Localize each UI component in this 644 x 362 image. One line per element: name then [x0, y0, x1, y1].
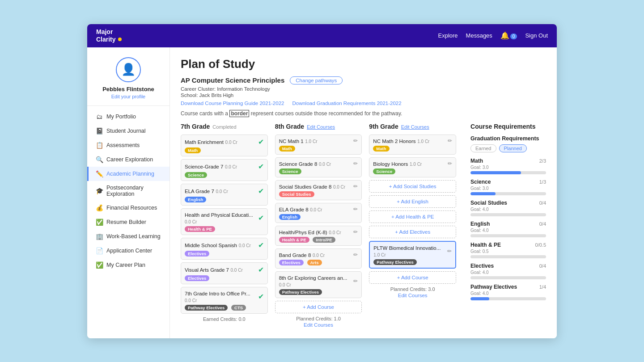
- grade9-edit-link[interactable]: Edit Courses: [401, 124, 429, 130]
- sidebar-item-resume[interactable]: ✅ Resume Builder: [87, 215, 169, 229]
- change-pathway-button[interactable]: Change pathways: [290, 76, 343, 84]
- grade7-footer: Earned Credits: 0.0: [181, 316, 268, 322]
- course-credits: 0.0 Cr: [225, 164, 237, 169]
- course-card: Health/Phys Ed (K-8) 0.0 Cr ✏ Health & P…: [275, 226, 362, 246]
- sidebar-item-financial[interactable]: 💰 Financial Resources: [87, 201, 169, 215]
- download-links: Download Course Planning Guide 2021-2022…: [181, 101, 546, 106]
- edit-icon[interactable]: ✏: [448, 138, 452, 144]
- req-bar-bg: [470, 171, 546, 174]
- course-card: 8th Gr Exploring Careers an... 0.0 Cr ✏ …: [275, 271, 362, 298]
- req-bar-bg: [470, 297, 546, 300]
- grade9-edit-courses-link[interactable]: Edit Courses: [369, 293, 456, 298]
- pathway-row: AP Computer Science Principles Change pa…: [181, 76, 546, 84]
- postsecondary-icon: 🎓: [96, 187, 103, 194]
- course-card: Science Grade 8 0.0 Cr ✏ Science: [275, 157, 362, 177]
- sidebar-item-journal[interactable]: 📓 Student Journal: [87, 124, 169, 138]
- avatar-icon: 👤: [121, 63, 136, 76]
- workbased-icon: 🏢: [96, 233, 103, 240]
- grade7-column: 7th Grade Completed Math Enrichment 0.0 …: [181, 123, 268, 322]
- earned-toggle-button[interactable]: Earned: [470, 144, 496, 152]
- grade7-header: 7th Grade Completed: [181, 123, 268, 130]
- sidebar-item-portfolio[interactable]: 🗂 My Portfolio: [87, 109, 169, 124]
- grade8-edit-courses-link[interactable]: Edit Courses: [275, 322, 362, 328]
- course-check-icon: ✔: [258, 187, 264, 195]
- logo-text-line1: Major: [96, 28, 122, 36]
- sign-out-link[interactable]: Sign Out: [525, 32, 548, 39]
- add-social-studies-button[interactable]: + Add Social Studies: [369, 180, 456, 193]
- sidebar-item-academic[interactable]: ✏️ Academic Planning: [87, 167, 169, 181]
- grade9-footer: Planned Credits: 3.0 Edit Courses: [369, 286, 456, 298]
- course-name: Math Enrichment: [185, 139, 224, 145]
- edit-icon[interactable]: ✏: [353, 252, 358, 258]
- course-check-icon: ✔: [258, 265, 264, 274]
- explore-link[interactable]: Explore: [438, 32, 458, 39]
- download-graduation-req-link[interactable]: Download Graduation Requirements 2021-20…: [292, 101, 401, 106]
- sidebar-item-label: Career Exploration: [106, 156, 153, 163]
- academic-icon: ✏️: [96, 170, 103, 177]
- course-tag: Science: [185, 172, 207, 178]
- course-credits: 1.0 Cr: [305, 139, 317, 144]
- course-check-icon: ✔: [258, 292, 264, 301]
- course-name: Visual Arts Grade 7: [185, 267, 229, 273]
- edit-icon[interactable]: ✏: [353, 229, 358, 235]
- course-tag: Math: [185, 147, 201, 153]
- add-electives-button[interactable]: + Add Electives: [369, 226, 456, 238]
- grade9-title: 9th Grade: [369, 123, 398, 130]
- req-bar-fill: [470, 192, 496, 195]
- course-tag-intro: Intro/PE: [313, 237, 335, 243]
- sidebar-item-assessments[interactable]: 📋 Assessments: [87, 138, 169, 152]
- course-credits: 1.0 Cr: [410, 162, 422, 167]
- course-credits: 0.0 Cr: [279, 282, 291, 287]
- course-credits: 0.0 Cr: [216, 189, 228, 194]
- course-name: Social Studies Grade 8: [279, 184, 332, 189]
- course-name: 7th Grade Intro to Office Pr...: [185, 291, 250, 296]
- course-tag: Science: [279, 168, 301, 174]
- course-credits: 0.0 Cr: [329, 230, 341, 235]
- edit-icon[interactable]: ✏: [353, 160, 358, 167]
- course-tag: Health & PE: [279, 237, 309, 243]
- sidebar-item-careerplan[interactable]: ✅ My Career Plan: [87, 258, 169, 272]
- req-bar-bg: [470, 234, 546, 237]
- course-credits: 0.0 Cr: [319, 162, 331, 167]
- edit-icon[interactable]: ✏: [353, 278, 358, 284]
- course-check-icon: ✔: [258, 162, 264, 171]
- add-course-button[interactable]: + Add Course: [275, 301, 362, 313]
- add-english-button[interactable]: + Add English: [369, 195, 456, 208]
- edit-icon[interactable]: ✏: [448, 160, 452, 167]
- req-panel-title: Course Requirements: [470, 123, 546, 130]
- course-tag: Pathway Electives: [279, 289, 322, 295]
- grade8-planned-credits: Planned Credits: 1.0: [296, 316, 341, 321]
- sidebar-item-workbased[interactable]: 🏢 Work-Based Learning: [87, 229, 169, 244]
- sidebar-item-label: Application Center: [106, 248, 152, 254]
- edit-profile-link[interactable]: Edit your profile: [111, 94, 145, 99]
- course-credits: 0.0 Cr: [313, 253, 325, 258]
- add-course-button-9[interactable]: + Add Course: [369, 271, 456, 284]
- edit-icon[interactable]: ✏: [353, 183, 358, 189]
- course-tag: English: [185, 197, 206, 202]
- course-card: Middle School Spanish 0.0 Cr ✔ Electives: [181, 238, 268, 260]
- edit-icon[interactable]: ✏: [447, 248, 452, 254]
- edit-icon[interactable]: ✏: [353, 206, 358, 212]
- messages-link[interactable]: Messages: [466, 32, 492, 39]
- grade8-edit-link[interactable]: Edit Courses: [307, 124, 335, 130]
- sidebar-item-postsecondary[interactable]: 🎓 Postsecondary Exploration: [87, 181, 169, 201]
- sidebar-item-career[interactable]: 🔍 Career Exploration: [87, 152, 169, 167]
- download-planning-guide-link[interactable]: Download Course Planning Guide 2021-2022: [181, 101, 284, 106]
- school-name: School: Jack Brits High: [181, 93, 546, 98]
- main-layout: 👤 Pebbles Flintstone Edit your profile 🗂…: [87, 47, 557, 338]
- edit-icon[interactable]: ✏: [353, 138, 358, 144]
- sidebar-item-application[interactable]: 📄 Application Center: [87, 244, 169, 258]
- course-card: Band Grade 8 0.0 Cr ✏ Electives Arts: [275, 248, 362, 269]
- course-tag: Pathway Electives: [185, 305, 228, 311]
- req-bar-fill: [470, 171, 521, 174]
- req-item-electives: Electives 0/4 Goal: 4.0: [470, 263, 546, 279]
- planned-toggle-button[interactable]: Planned: [499, 144, 527, 152]
- avatar: 👤: [116, 57, 141, 82]
- border-note: Course cards with a border represent cou…: [181, 110, 546, 117]
- course-name: Health and Physical Educati...: [185, 212, 253, 218]
- profile-name: Pebbles Flintstone: [102, 86, 154, 93]
- sidebar-item-label: Financial Resources: [106, 205, 157, 211]
- add-health-pe-button[interactable]: + Add Health & PE: [369, 210, 456, 223]
- course-credits: 0.0 Cr: [225, 140, 237, 145]
- notification-bell[interactable]: 🔔0: [500, 31, 517, 40]
